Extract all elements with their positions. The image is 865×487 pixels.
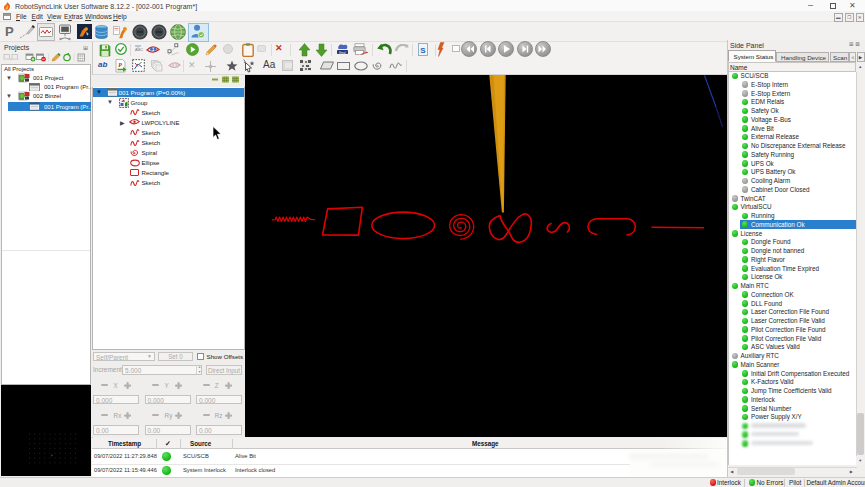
svg-text:Email: Email [339,51,346,55]
svg-text:S: S [420,45,426,54]
svg-text:+: + [10,56,13,62]
svg-text:-: - [18,56,20,62]
svg-text:P: P [118,62,122,68]
